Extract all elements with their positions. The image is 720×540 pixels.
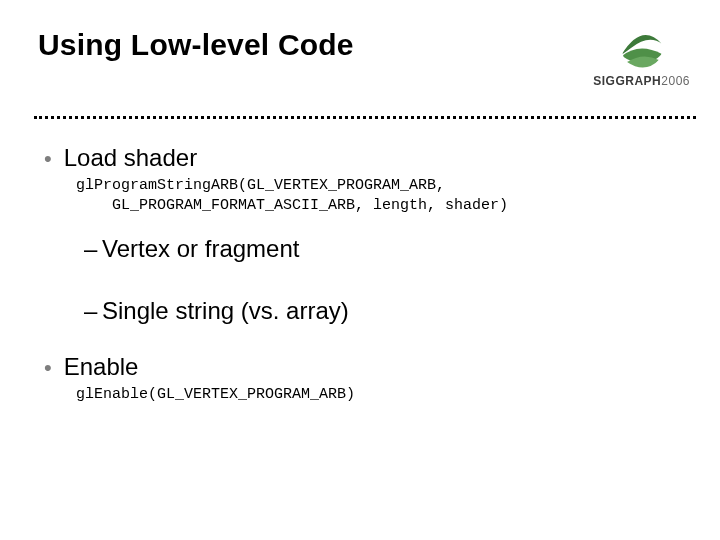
dotted-divider xyxy=(34,116,696,119)
code-line: glEnable(GL_VERTEX_PROGRAM_ARB) xyxy=(76,386,355,403)
slide-title: Using Low-level Code xyxy=(38,28,354,62)
code-snippet-enable: glEnable(GL_VERTEX_PROGRAM_ARB) xyxy=(76,385,680,405)
code-snippet-load: glProgramStringARB(GL_VERTEX_PROGRAM_ARB… xyxy=(76,176,680,217)
code-line: glProgramStringARB(GL_VERTEX_PROGRAM_ARB… xyxy=(76,177,445,194)
brand-name: SIGGRAPH xyxy=(593,74,661,88)
globe-swirl-icon xyxy=(619,28,665,70)
bullet-label: Enable xyxy=(64,353,139,381)
sub-bullet-label: Vertex or fragment xyxy=(102,235,299,262)
conference-logo: SIGGRAPH2006 xyxy=(593,28,690,88)
dash-icon: – xyxy=(84,235,102,263)
bullet-load-shader: • Load shader xyxy=(44,144,680,172)
bullet-label: Load shader xyxy=(64,144,197,172)
sub-bullet-vertex-fragment: –Vertex or fragment xyxy=(84,235,680,263)
slide: Using Low-level Code SIGGRAPH2006 • Load xyxy=(0,0,720,540)
content-area: • Load shader glProgramStringARB(GL_VERT… xyxy=(44,138,680,405)
bullet-enable: • Enable xyxy=(44,353,680,381)
brand-label: SIGGRAPH2006 xyxy=(593,74,690,88)
code-line: GL_PROGRAM_FORMAT_ASCII_ARB, length, sha… xyxy=(76,197,508,214)
bullet-dot-icon: • xyxy=(44,148,52,170)
dash-icon: – xyxy=(84,297,102,325)
brand-year: 2006 xyxy=(661,74,690,88)
bullet-dot-icon: • xyxy=(44,357,52,379)
sub-bullet-single-string: –Single string (vs. array) xyxy=(84,297,680,325)
sub-bullet-label: Single string (vs. array) xyxy=(102,297,349,324)
